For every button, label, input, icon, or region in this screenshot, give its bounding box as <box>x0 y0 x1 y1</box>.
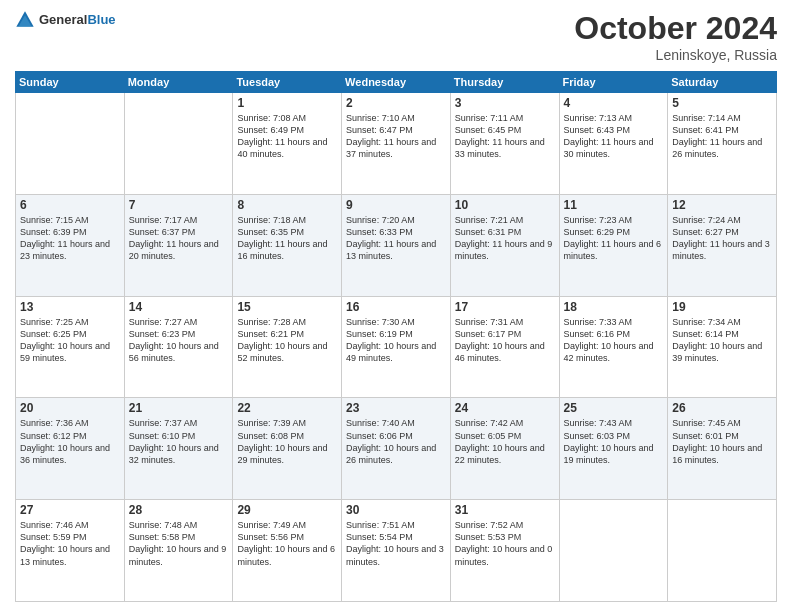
cell-content: Sunrise: 7:18 AMSunset: 6:35 PMDaylight:… <box>237 214 337 263</box>
calendar-cell: 12Sunrise: 7:24 AMSunset: 6:27 PMDayligh… <box>668 194 777 296</box>
day-number: 14 <box>129 300 229 314</box>
logo: GeneralBlue <box>15 10 116 30</box>
calendar-cell: 29Sunrise: 7:49 AMSunset: 5:56 PMDayligh… <box>233 500 342 602</box>
cell-content: Sunrise: 7:25 AMSunset: 6:25 PMDaylight:… <box>20 316 120 365</box>
cell-content: Sunrise: 7:48 AMSunset: 5:58 PMDaylight:… <box>129 519 229 568</box>
month-title: October 2024 <box>574 10 777 47</box>
cell-content: Sunrise: 7:24 AMSunset: 6:27 PMDaylight:… <box>672 214 772 263</box>
calendar-cell: 25Sunrise: 7:43 AMSunset: 6:03 PMDayligh… <box>559 398 668 500</box>
calendar-cell: 26Sunrise: 7:45 AMSunset: 6:01 PMDayligh… <box>668 398 777 500</box>
calendar-cell: 19Sunrise: 7:34 AMSunset: 6:14 PMDayligh… <box>668 296 777 398</box>
calendar-cell: 6Sunrise: 7:15 AMSunset: 6:39 PMDaylight… <box>16 194 125 296</box>
cell-content: Sunrise: 7:20 AMSunset: 6:33 PMDaylight:… <box>346 214 446 263</box>
cell-content: Sunrise: 7:42 AMSunset: 6:05 PMDaylight:… <box>455 417 555 466</box>
calendar-cell: 2Sunrise: 7:10 AMSunset: 6:47 PMDaylight… <box>342 93 451 195</box>
cell-content: Sunrise: 7:46 AMSunset: 5:59 PMDaylight:… <box>20 519 120 568</box>
calendar-cell: 7Sunrise: 7:17 AMSunset: 6:37 PMDaylight… <box>124 194 233 296</box>
cell-content: Sunrise: 7:39 AMSunset: 6:08 PMDaylight:… <box>237 417 337 466</box>
cell-content: Sunrise: 7:31 AMSunset: 6:17 PMDaylight:… <box>455 316 555 365</box>
calendar-cell: 20Sunrise: 7:36 AMSunset: 6:12 PMDayligh… <box>16 398 125 500</box>
day-number: 29 <box>237 503 337 517</box>
day-number: 16 <box>346 300 446 314</box>
cell-content: Sunrise: 7:34 AMSunset: 6:14 PMDaylight:… <box>672 316 772 365</box>
day-number: 24 <box>455 401 555 415</box>
cell-content: Sunrise: 7:52 AMSunset: 5:53 PMDaylight:… <box>455 519 555 568</box>
cell-content: Sunrise: 7:36 AMSunset: 6:12 PMDaylight:… <box>20 417 120 466</box>
day-number: 7 <box>129 198 229 212</box>
day-number: 27 <box>20 503 120 517</box>
calendar-cell: 18Sunrise: 7:33 AMSunset: 6:16 PMDayligh… <box>559 296 668 398</box>
calendar-week-2: 13Sunrise: 7:25 AMSunset: 6:25 PMDayligh… <box>16 296 777 398</box>
col-thursday: Thursday <box>450 72 559 93</box>
calendar-cell: 17Sunrise: 7:31 AMSunset: 6:17 PMDayligh… <box>450 296 559 398</box>
calendar-cell: 13Sunrise: 7:25 AMSunset: 6:25 PMDayligh… <box>16 296 125 398</box>
logo-text: GeneralBlue <box>39 12 116 28</box>
calendar-week-0: 1Sunrise: 7:08 AMSunset: 6:49 PMDaylight… <box>16 93 777 195</box>
calendar-cell: 1Sunrise: 7:08 AMSunset: 6:49 PMDaylight… <box>233 93 342 195</box>
day-number: 30 <box>346 503 446 517</box>
day-number: 10 <box>455 198 555 212</box>
calendar-cell: 11Sunrise: 7:23 AMSunset: 6:29 PMDayligh… <box>559 194 668 296</box>
cell-content: Sunrise: 7:08 AMSunset: 6:49 PMDaylight:… <box>237 112 337 161</box>
day-number: 1 <box>237 96 337 110</box>
calendar-header-row: Sunday Monday Tuesday Wednesday Thursday… <box>16 72 777 93</box>
calendar-week-4: 27Sunrise: 7:46 AMSunset: 5:59 PMDayligh… <box>16 500 777 602</box>
day-number: 28 <box>129 503 229 517</box>
day-number: 3 <box>455 96 555 110</box>
day-number: 2 <box>346 96 446 110</box>
day-number: 19 <box>672 300 772 314</box>
cell-content: Sunrise: 7:13 AMSunset: 6:43 PMDaylight:… <box>564 112 664 161</box>
cell-content: Sunrise: 7:23 AMSunset: 6:29 PMDaylight:… <box>564 214 664 263</box>
cell-content: Sunrise: 7:49 AMSunset: 5:56 PMDaylight:… <box>237 519 337 568</box>
calendar-table: Sunday Monday Tuesday Wednesday Thursday… <box>15 71 777 602</box>
calendar-cell: 14Sunrise: 7:27 AMSunset: 6:23 PMDayligh… <box>124 296 233 398</box>
day-number: 11 <box>564 198 664 212</box>
day-number: 23 <box>346 401 446 415</box>
cell-content: Sunrise: 7:33 AMSunset: 6:16 PMDaylight:… <box>564 316 664 365</box>
day-number: 21 <box>129 401 229 415</box>
col-tuesday: Tuesday <box>233 72 342 93</box>
day-number: 9 <box>346 198 446 212</box>
logo-general: General <box>39 12 87 27</box>
cell-content: Sunrise: 7:27 AMSunset: 6:23 PMDaylight:… <box>129 316 229 365</box>
day-number: 18 <box>564 300 664 314</box>
header: GeneralBlue October 2024 Leninskoye, Rus… <box>15 10 777 63</box>
day-number: 8 <box>237 198 337 212</box>
day-number: 4 <box>564 96 664 110</box>
cell-content: Sunrise: 7:28 AMSunset: 6:21 PMDaylight:… <box>237 316 337 365</box>
calendar-week-3: 20Sunrise: 7:36 AMSunset: 6:12 PMDayligh… <box>16 398 777 500</box>
logo-blue: Blue <box>87 12 115 27</box>
day-number: 26 <box>672 401 772 415</box>
col-sunday: Sunday <box>16 72 125 93</box>
col-monday: Monday <box>124 72 233 93</box>
day-number: 20 <box>20 401 120 415</box>
cell-content: Sunrise: 7:17 AMSunset: 6:37 PMDaylight:… <box>129 214 229 263</box>
cell-content: Sunrise: 7:15 AMSunset: 6:39 PMDaylight:… <box>20 214 120 263</box>
col-saturday: Saturday <box>668 72 777 93</box>
calendar-cell: 8Sunrise: 7:18 AMSunset: 6:35 PMDaylight… <box>233 194 342 296</box>
calendar-cell: 16Sunrise: 7:30 AMSunset: 6:19 PMDayligh… <box>342 296 451 398</box>
cell-content: Sunrise: 7:51 AMSunset: 5:54 PMDaylight:… <box>346 519 446 568</box>
cell-content: Sunrise: 7:30 AMSunset: 6:19 PMDaylight:… <box>346 316 446 365</box>
day-number: 31 <box>455 503 555 517</box>
cell-content: Sunrise: 7:14 AMSunset: 6:41 PMDaylight:… <box>672 112 772 161</box>
cell-content: Sunrise: 7:21 AMSunset: 6:31 PMDaylight:… <box>455 214 555 263</box>
calendar-cell: 28Sunrise: 7:48 AMSunset: 5:58 PMDayligh… <box>124 500 233 602</box>
day-number: 17 <box>455 300 555 314</box>
calendar-cell: 24Sunrise: 7:42 AMSunset: 6:05 PMDayligh… <box>450 398 559 500</box>
calendar-cell: 22Sunrise: 7:39 AMSunset: 6:08 PMDayligh… <box>233 398 342 500</box>
calendar-cell <box>668 500 777 602</box>
title-block: October 2024 Leninskoye, Russia <box>574 10 777 63</box>
calendar-cell: 21Sunrise: 7:37 AMSunset: 6:10 PMDayligh… <box>124 398 233 500</box>
cell-content: Sunrise: 7:11 AMSunset: 6:45 PMDaylight:… <box>455 112 555 161</box>
cell-content: Sunrise: 7:40 AMSunset: 6:06 PMDaylight:… <box>346 417 446 466</box>
day-number: 6 <box>20 198 120 212</box>
location: Leninskoye, Russia <box>574 47 777 63</box>
cell-content: Sunrise: 7:43 AMSunset: 6:03 PMDaylight:… <box>564 417 664 466</box>
day-number: 13 <box>20 300 120 314</box>
calendar-cell: 9Sunrise: 7:20 AMSunset: 6:33 PMDaylight… <box>342 194 451 296</box>
page: GeneralBlue October 2024 Leninskoye, Rus… <box>0 0 792 612</box>
day-number: 15 <box>237 300 337 314</box>
col-wednesday: Wednesday <box>342 72 451 93</box>
calendar-cell: 23Sunrise: 7:40 AMSunset: 6:06 PMDayligh… <box>342 398 451 500</box>
